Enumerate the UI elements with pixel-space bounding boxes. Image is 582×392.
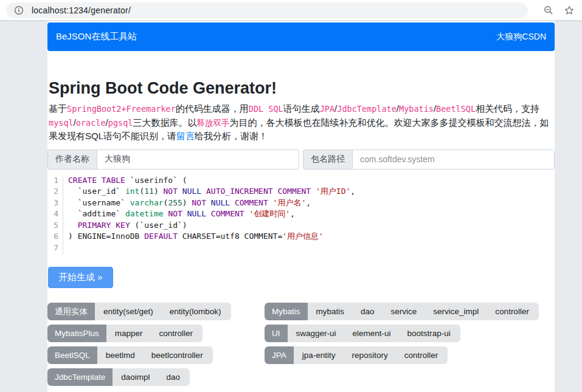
line-number: 3: [47, 198, 63, 209]
settings-form: 作者名称 包名路径: [47, 150, 555, 170]
line-number: 6: [47, 231, 63, 242]
code-highlight: mysql: [49, 118, 74, 128]
template-group-label: BeetlSQL: [47, 346, 97, 364]
template-group-label: JPA: [265, 346, 294, 364]
template-group-items: entity(set/get)entity(lombok): [95, 303, 231, 320]
bookmark-star-icon[interactable]: [564, 5, 575, 16]
template-item[interactable]: jpa-entity: [302, 346, 336, 364]
code-highlight: 释放双手: [196, 118, 229, 128]
intro-text-segment: 相关代码，支持: [476, 103, 539, 114]
template-item[interactable]: daoimpl: [121, 368, 150, 386]
template-group: MybatisPlusmappercontroller: [47, 325, 203, 342]
template-item[interactable]: entity(lombok): [170, 303, 221, 320]
template-item[interactable]: swagger-ui: [296, 325, 336, 342]
template-group: 通用实体entity(set/get)entity(lombok): [47, 303, 231, 320]
page-background: BeJSON在线工具站 大狼狗CSDN Spring Boot Code Gen…: [0, 21, 582, 392]
template-group: UIswagger-uielement-uibootstrap-ui: [265, 325, 460, 342]
code-text: [63, 242, 73, 254]
template-item[interactable]: entity(set/get): [103, 303, 153, 320]
template-item[interactable]: bootstrap-ui: [407, 325, 451, 342]
author-input-group: 作者名称: [47, 150, 299, 170]
code-highlight: oracle: [76, 118, 106, 128]
code-line: 4 `addtime` datetime NOT NULL COMMENT '创…: [47, 208, 555, 220]
template-group-label: MybatisPlus: [47, 325, 106, 342]
package-input-group: 包名路径: [303, 150, 555, 170]
template-item[interactable]: mybatis: [316, 303, 345, 320]
code-highlight: DDL SQL: [249, 104, 283, 114]
intro-text-segment: 语句生成: [283, 103, 320, 114]
template-item[interactable]: service: [391, 303, 417, 320]
template-group-items: mybatisdaoserviceservice_implcontroller: [308, 303, 539, 320]
template-item[interactable]: controller: [159, 325, 193, 342]
code-text: ) ENGINE=InnoDB DEFAULT CHARSET=utf8 COM…: [63, 231, 324, 242]
package-label: 包名路径: [303, 150, 352, 170]
template-groups-section: 通用实体entity(set/get)entity(lombok)Mybatis…: [47, 303, 555, 390]
template-item[interactable]: beetlmd: [106, 346, 135, 364]
intro-text-segment: 基于: [49, 103, 67, 114]
url-text: localhost:1234/generator/: [32, 5, 131, 15]
template-item[interactable]: service_impl: [433, 303, 479, 320]
template-group-label: UI: [265, 325, 288, 342]
template-item[interactable]: dao: [167, 368, 181, 386]
template-group: JPAjpa-entityrepositorycontroller: [265, 346, 448, 364]
line-number: 5: [47, 220, 63, 232]
template-item[interactable]: mapper: [115, 325, 143, 342]
template-group: BeetlSQLbeetlmdbeetlcontroller: [47, 346, 213, 364]
package-input[interactable]: [352, 150, 555, 170]
template-item[interactable]: repository: [352, 346, 388, 364]
template-group-items: swagger-uielement-uibootstrap-ui: [288, 325, 460, 342]
template-group-label: 通用实体: [47, 303, 95, 320]
generate-button[interactable]: 开始生成 »: [48, 267, 113, 288]
message-link[interactable]: 留言: [176, 131, 195, 141]
code-highlight: Mybatis: [399, 104, 434, 114]
author-input[interactable]: [97, 150, 299, 170]
line-number: 2: [47, 186, 63, 198]
author-label: 作者名称: [47, 150, 97, 170]
intro-text-segment: 的代码生成器，用: [176, 103, 249, 114]
template-group-label: Mybatis: [265, 303, 308, 320]
code-highlight: SpringBoot2+Freemarker: [67, 104, 176, 114]
code-line: 6) ENGINE=InnoDB DEFAULT CHARSET=utf8 CO…: [47, 231, 555, 242]
code-text: PRIMARY KEY (`user_id`): [63, 220, 187, 232]
info-icon[interactable]: [13, 5, 24, 16]
template-item[interactable]: beetlcontroller: [151, 346, 203, 364]
code-text: `user_id` int(11) NOT NULL AUTO_INCREMEN…: [63, 186, 355, 198]
intro-text-segment: 给我分析，谢谢！: [195, 131, 268, 141]
zoom-out-icon[interactable]: [543, 5, 554, 16]
template-group: JdbcTemplatedaoimpldao: [47, 368, 190, 386]
intro-paragraph: 基于SpringBoot2+Freemarker的代码生成器，用DDL SQL语…: [49, 102, 552, 143]
template-group: Mybatismybatisdaoserviceservice_implcont…: [265, 303, 539, 320]
code-text: `username` varchar(255) NOT NULL COMMENT…: [63, 198, 311, 209]
navbar-brand-link[interactable]: BeJSON在线工具站: [56, 31, 137, 43]
sql-editor[interactable]: 1CREATE TABLE `userinfo` (2 `user_id` in…: [47, 175, 555, 254]
template-item[interactable]: controller: [404, 346, 438, 364]
code-line: 2 `user_id` int(11) NOT NULL AUTO_INCREM…: [47, 186, 555, 198]
address-bar[interactable]: localhost:1234/generator/: [6, 2, 528, 18]
template-groups-right-column: Mybatismybatisdaoserviceservice_implcont…: [265, 303, 555, 390]
template-item[interactable]: dao: [361, 303, 375, 320]
template-group-items: mappercontroller: [106, 325, 203, 342]
code-highlight: JdbcTemplate: [337, 104, 397, 114]
code-text: `addtime` datetime NOT NULL COMMENT '创建时…: [63, 208, 295, 220]
code-highlight: BeetlSQL: [436, 104, 476, 114]
code-line: 1CREATE TABLE `userinfo` (: [47, 175, 555, 187]
code-highlight: JPA: [320, 104, 334, 114]
navbar: BeJSON在线工具站 大狼狗CSDN: [47, 22, 555, 51]
code-line: 7: [47, 242, 555, 254]
navbar-csdn-link[interactable]: 大狼狗CSDN: [496, 32, 546, 43]
code-line: 3 `username` varchar(255) NOT NULL COMME…: [47, 198, 555, 209]
line-number: 7: [47, 242, 63, 254]
content-container: BeJSON在线工具站 大狼狗CSDN Spring Boot Code Gen…: [47, 21, 555, 392]
code-highlight: pgsql: [108, 118, 133, 128]
code-line: 5 PRIMARY KEY (`user_id`): [47, 220, 555, 232]
line-number: 1: [47, 175, 63, 187]
browser-chrome: localhost:1234/generator/: [0, 0, 582, 21]
template-item[interactable]: controller: [495, 303, 529, 320]
intro-text-segment: 三大数据库。以: [133, 117, 196, 128]
line-number: 4: [47, 208, 63, 220]
template-group-items: daoimpldao: [113, 368, 190, 386]
template-group-items: beetlmdbeetlcontroller: [97, 346, 213, 364]
template-item[interactable]: element-ui: [353, 325, 391, 342]
template-groups-left-column: 通用实体entity(set/get)entity(lombok)Mybatis…: [47, 303, 265, 390]
template-group-items: jpa-entityrepositorycontroller: [294, 346, 448, 364]
